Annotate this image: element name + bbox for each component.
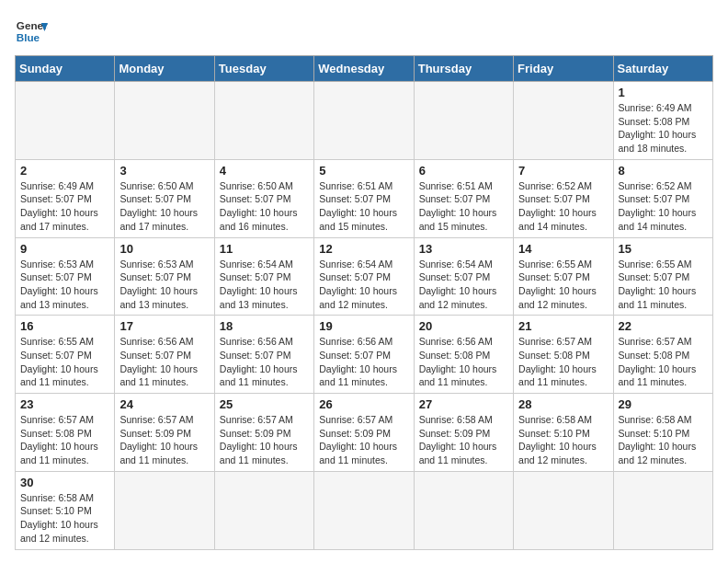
calendar-week-6: 30Sunrise: 6:58 AM Sunset: 5:10 PM Dayli… xyxy=(16,471,713,549)
calendar-cell xyxy=(214,471,313,549)
day-number: 5 xyxy=(319,164,408,178)
day-number: 18 xyxy=(220,319,309,333)
calendar-week-1: 1Sunrise: 6:49 AM Sunset: 5:08 PM Daylig… xyxy=(16,82,713,160)
weekday-header-sunday: Sunday xyxy=(16,56,115,82)
day-number: 7 xyxy=(518,164,608,178)
calendar-week-4: 16Sunrise: 6:55 AM Sunset: 5:07 PM Dayli… xyxy=(16,316,713,394)
calendar-cell: 8Sunrise: 6:52 AM Sunset: 5:07 PM Daylig… xyxy=(613,159,712,237)
day-info: Sunrise: 6:56 AM Sunset: 5:07 PM Dayligh… xyxy=(220,335,309,389)
day-number: 30 xyxy=(20,476,109,489)
day-number: 9 xyxy=(20,242,109,256)
calendar-cell: 24Sunrise: 6:57 AM Sunset: 5:09 PM Dayli… xyxy=(115,394,214,472)
day-info: Sunrise: 6:51 AM Sunset: 5:07 PM Dayligh… xyxy=(319,179,408,234)
day-number: 4 xyxy=(220,164,309,178)
calendar-cell: 28Sunrise: 6:58 AM Sunset: 5:10 PM Dayli… xyxy=(514,394,613,472)
day-number: 6 xyxy=(419,164,508,178)
day-info: Sunrise: 6:55 AM Sunset: 5:07 PM Dayligh… xyxy=(518,258,608,312)
weekday-header-row: SundayMondayTuesdayWednesdayThursdayFrid… xyxy=(16,56,713,82)
calendar-cell: 4Sunrise: 6:50 AM Sunset: 5:07 PM Daylig… xyxy=(214,159,313,237)
calendar-cell: 14Sunrise: 6:55 AM Sunset: 5:07 PM Dayli… xyxy=(514,237,613,316)
day-info: Sunrise: 6:57 AM Sunset: 5:08 PM Dayligh… xyxy=(20,413,109,467)
calendar-cell xyxy=(414,82,513,160)
day-number: 14 xyxy=(518,242,608,256)
calendar-cell xyxy=(16,82,115,160)
day-info: Sunrise: 6:55 AM Sunset: 5:07 PM Dayligh… xyxy=(619,258,708,312)
calendar-cell: 19Sunrise: 6:56 AM Sunset: 5:07 PM Dayli… xyxy=(314,316,414,394)
calendar-cell xyxy=(514,471,613,549)
logo-icon: General Blue xyxy=(15,15,48,48)
day-info: Sunrise: 6:54 AM Sunset: 5:07 PM Dayligh… xyxy=(319,258,408,312)
day-info: Sunrise: 6:56 AM Sunset: 5:07 PM Dayligh… xyxy=(119,335,209,389)
day-number: 25 xyxy=(220,397,309,411)
day-number: 15 xyxy=(619,242,708,256)
day-info: Sunrise: 6:54 AM Sunset: 5:07 PM Dayligh… xyxy=(220,258,309,312)
weekday-header-wednesday: Wednesday xyxy=(314,56,414,82)
day-number: 13 xyxy=(419,242,508,256)
day-info: Sunrise: 6:57 AM Sunset: 5:08 PM Dayligh… xyxy=(518,335,608,389)
day-info: Sunrise: 6:57 AM Sunset: 5:09 PM Dayligh… xyxy=(119,413,209,467)
day-info: Sunrise: 6:49 AM Sunset: 5:07 PM Dayligh… xyxy=(20,179,109,234)
calendar-cell: 21Sunrise: 6:57 AM Sunset: 5:08 PM Dayli… xyxy=(514,316,613,394)
calendar-cell: 18Sunrise: 6:56 AM Sunset: 5:07 PM Dayli… xyxy=(214,316,313,394)
day-number: 1 xyxy=(619,86,708,99)
day-number: 27 xyxy=(419,397,508,411)
day-info: Sunrise: 6:55 AM Sunset: 5:07 PM Dayligh… xyxy=(20,335,109,389)
day-number: 3 xyxy=(119,164,209,178)
day-info: Sunrise: 6:57 AM Sunset: 5:09 PM Dayligh… xyxy=(319,413,408,467)
calendar-cell: 17Sunrise: 6:56 AM Sunset: 5:07 PM Dayli… xyxy=(115,316,214,394)
calendar-cell xyxy=(214,82,313,160)
calendar-week-2: 2Sunrise: 6:49 AM Sunset: 5:07 PM Daylig… xyxy=(16,159,713,237)
day-number: 12 xyxy=(319,242,408,256)
calendar-cell: 12Sunrise: 6:54 AM Sunset: 5:07 PM Dayli… xyxy=(314,237,414,316)
logo: General Blue xyxy=(15,15,48,48)
day-number: 29 xyxy=(619,397,708,411)
calendar-cell: 22Sunrise: 6:57 AM Sunset: 5:08 PM Dayli… xyxy=(613,316,712,394)
calendar-cell: 2Sunrise: 6:49 AM Sunset: 5:07 PM Daylig… xyxy=(16,159,115,237)
day-info: Sunrise: 6:56 AM Sunset: 5:07 PM Dayligh… xyxy=(319,335,408,389)
calendar-cell xyxy=(314,82,414,160)
calendar-cell: 30Sunrise: 6:58 AM Sunset: 5:10 PM Dayli… xyxy=(16,471,115,549)
day-info: Sunrise: 6:53 AM Sunset: 5:07 PM Dayligh… xyxy=(119,258,209,312)
day-info: Sunrise: 6:51 AM Sunset: 5:07 PM Dayligh… xyxy=(419,179,508,234)
day-info: Sunrise: 6:53 AM Sunset: 5:07 PM Dayligh… xyxy=(20,258,109,312)
calendar-cell: 11Sunrise: 6:54 AM Sunset: 5:07 PM Dayli… xyxy=(214,237,313,316)
day-info: Sunrise: 6:52 AM Sunset: 5:07 PM Dayligh… xyxy=(518,179,608,234)
calendar-cell: 3Sunrise: 6:50 AM Sunset: 5:07 PM Daylig… xyxy=(115,159,214,237)
weekday-header-monday: Monday xyxy=(115,56,214,82)
calendar-cell xyxy=(514,82,613,160)
calendar-cell xyxy=(314,471,414,549)
day-number: 26 xyxy=(319,397,408,411)
day-info: Sunrise: 6:54 AM Sunset: 5:07 PM Dayligh… xyxy=(419,258,508,312)
day-number: 19 xyxy=(319,319,408,333)
calendar-cell: 25Sunrise: 6:57 AM Sunset: 5:09 PM Dayli… xyxy=(214,394,313,472)
day-number: 23 xyxy=(20,397,109,411)
calendar-week-3: 9Sunrise: 6:53 AM Sunset: 5:07 PM Daylig… xyxy=(16,237,713,316)
day-info: Sunrise: 6:58 AM Sunset: 5:09 PM Dayligh… xyxy=(419,413,508,467)
weekday-header-friday: Friday xyxy=(514,56,613,82)
calendar-cell: 9Sunrise: 6:53 AM Sunset: 5:07 PM Daylig… xyxy=(16,237,115,316)
calendar-cell: 15Sunrise: 6:55 AM Sunset: 5:07 PM Dayli… xyxy=(613,237,712,316)
calendar-cell: 7Sunrise: 6:52 AM Sunset: 5:07 PM Daylig… xyxy=(514,159,613,237)
day-number: 22 xyxy=(619,319,708,333)
day-info: Sunrise: 6:58 AM Sunset: 5:10 PM Dayligh… xyxy=(518,413,608,467)
day-info: Sunrise: 6:50 AM Sunset: 5:07 PM Dayligh… xyxy=(119,179,209,234)
weekday-header-tuesday: Tuesday xyxy=(214,56,313,82)
calendar-cell: 27Sunrise: 6:58 AM Sunset: 5:09 PM Dayli… xyxy=(414,394,513,472)
day-number: 21 xyxy=(518,319,608,333)
calendar-table: SundayMondayTuesdayWednesdayThursdayFrid… xyxy=(15,55,713,550)
day-info: Sunrise: 6:49 AM Sunset: 5:08 PM Dayligh… xyxy=(619,101,708,155)
calendar-cell: 20Sunrise: 6:56 AM Sunset: 5:08 PM Dayli… xyxy=(414,316,513,394)
day-number: 8 xyxy=(619,164,708,178)
day-number: 16 xyxy=(20,319,109,333)
weekday-header-saturday: Saturday xyxy=(613,56,712,82)
calendar-cell: 10Sunrise: 6:53 AM Sunset: 5:07 PM Dayli… xyxy=(115,237,214,316)
day-number: 2 xyxy=(20,164,109,178)
weekday-header-thursday: Thursday xyxy=(414,56,513,82)
day-number: 24 xyxy=(119,397,209,411)
day-number: 20 xyxy=(419,319,508,333)
day-info: Sunrise: 6:58 AM Sunset: 5:10 PM Dayligh… xyxy=(619,413,708,467)
calendar-cell: 16Sunrise: 6:55 AM Sunset: 5:07 PM Dayli… xyxy=(16,316,115,394)
calendar-cell xyxy=(613,471,712,549)
calendar-cell: 29Sunrise: 6:58 AM Sunset: 5:10 PM Dayli… xyxy=(613,394,712,472)
calendar-cell: 6Sunrise: 6:51 AM Sunset: 5:07 PM Daylig… xyxy=(414,159,513,237)
